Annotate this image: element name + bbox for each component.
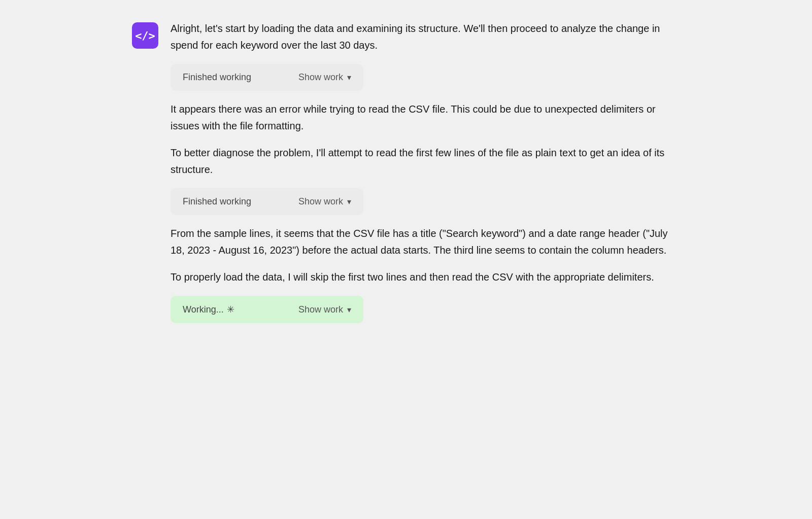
pill-status-1: Finished working xyxy=(183,72,288,83)
finished-working-pill-2: Finished working Show work ▾ xyxy=(171,188,363,215)
code-icon: </> xyxy=(135,29,155,42)
chevron-down-icon-2: ▾ xyxy=(347,197,351,206)
paragraph-1-1: Alright, let's start by loading the data… xyxy=(171,20,680,54)
paragraph-3-1: From the sample lines, it seems that the… xyxy=(171,225,680,259)
spinner-icon: ✳︎ xyxy=(227,304,234,315)
chevron-down-icon-3: ▾ xyxy=(347,305,351,315)
finished-working-pill-1: Finished working Show work ▾ xyxy=(171,64,363,91)
chevron-down-icon-1: ▾ xyxy=(347,73,351,82)
working-pill-3: Working...✳︎ Show work ▾ xyxy=(171,296,363,323)
avatar: </> xyxy=(132,22,158,49)
show-work-button-1[interactable]: Show work ▾ xyxy=(298,72,351,83)
message-content-1: Alright, let's start by loading the data… xyxy=(171,20,680,323)
paragraph-3-2: To properly load the data, I will skip t… xyxy=(171,269,680,286)
show-work-label-3: Show work xyxy=(298,304,343,315)
paragraph-2-2: To better diagnose the problem, I'll att… xyxy=(171,145,680,178)
message-block-1: </> Alright, let's start by loading the … xyxy=(132,20,680,323)
paragraph-2-1: It appears there was an error while tryi… xyxy=(171,101,680,134)
show-work-label-1: Show work xyxy=(298,72,343,83)
show-work-button-3[interactable]: Show work ▾ xyxy=(298,304,351,315)
show-work-label-2: Show work xyxy=(298,196,343,207)
pill-status-3: Working...✳︎ xyxy=(183,304,288,315)
page-container: </> Alright, let's start by loading the … xyxy=(101,0,710,348)
show-work-button-2[interactable]: Show work ▾ xyxy=(298,196,351,207)
pill-status-2: Finished working xyxy=(183,196,288,207)
